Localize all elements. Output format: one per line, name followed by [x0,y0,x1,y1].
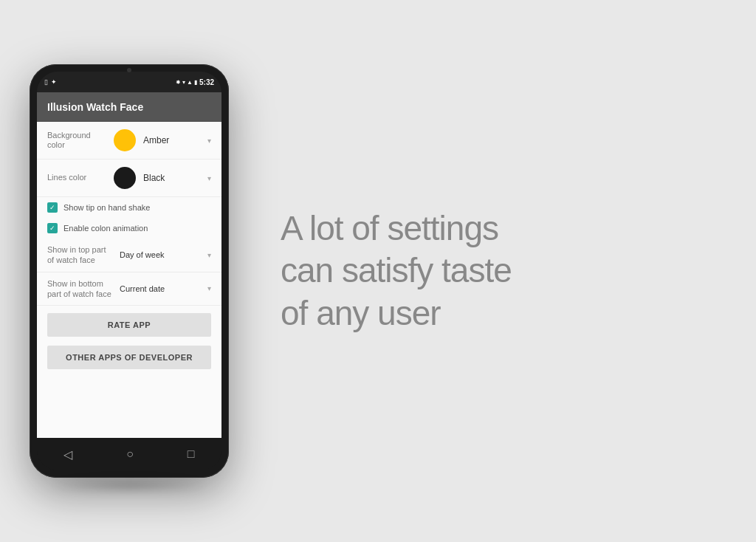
handshake-checkbox[interactable]: ✓ [47,202,58,213]
tagline-text: A lot of settings can satisfy taste of a… [281,207,726,335]
bottom-part-value: Current date [120,284,202,293]
top-part-value: Day of week [120,250,202,259]
black-color-circle[interactable] [114,167,136,189]
app-bar: Illusion Watch Face [37,92,221,122]
battery-full-icon: ▮ [194,79,197,86]
home-icon[interactable]: ○ [126,447,134,461]
status-icons-left: ▯ ✦ [44,78,57,86]
status-icons-right-group: ✸ ▾ ▲ ▮ [176,79,197,86]
signal-icon: ▲ [187,79,193,86]
background-color-setting: Background color Amber ▾ [37,122,221,159]
status-time: 5:32 [199,78,214,86]
bottom-part-arrow[interactable]: ▾ [207,284,211,292]
recents-icon[interactable]: □ [188,447,195,461]
other-apps-button[interactable]: OTHER APPS OF DEVELOPER [47,346,211,369]
lines-color-label: Lines color [47,173,106,182]
bottom-part-label: Show in bottom part of watch face [47,278,114,300]
background-color-value: Amber [143,135,200,145]
app-bar-title: Illusion Watch Face [47,101,143,113]
tagline-line2: can satisfy taste [281,251,512,289]
lines-color-setting: Lines color Black ▾ [37,159,221,197]
phone-inner: ▯ ✦ ✸ ▾ ▲ ▮ 5:32 Illusion Watch Face [37,72,221,470]
lines-color-arrow[interactable]: ▾ [207,174,211,182]
lines-color-value: Black [143,173,200,183]
top-part-arrow[interactable]: ▾ [207,251,211,259]
main-scene: ▯ ✦ ✸ ▾ ▲ ▮ 5:32 Illusion Watch Face [0,0,756,542]
bottom-part-setting: Show in bottom part of watch face Curren… [37,272,221,306]
tagline-line1: A lot of settings [281,209,498,247]
bluetooth-icon: ✸ [176,79,181,86]
handshake-checkbox-row[interactable]: ✓ Show tip on hand shake [37,197,221,218]
top-part-label: Show in top part of watch face [47,244,114,266]
rate-app-row: RATE APP [37,306,221,341]
colon-animation-checkbox-row[interactable]: ✓ Enable colon animation [37,218,221,239]
background-color-arrow[interactable]: ▾ [207,137,211,145]
battery-status-icon: ▯ [44,78,48,86]
phone-nav-bar: ◁ ○ □ [37,438,221,470]
wifi-icon: ▾ [182,79,185,86]
amber-color-circle[interactable] [114,129,136,151]
tagline-line3: of any user [281,294,441,332]
notification-status-icon: ✦ [51,78,57,86]
status-bar: ▯ ✦ ✸ ▾ ▲ ▮ 5:32 [37,72,221,92]
rate-app-button[interactable]: RATE APP [47,313,211,337]
colon-animation-checkbox[interactable]: ✓ [47,223,58,233]
colon-animation-checkbox-label: Enable colon animation [63,224,148,233]
handshake-checkbox-label: Show tip on hand shake [63,203,150,212]
phone-content: Background color Amber ▾ Lines color Bla… [37,122,221,438]
background-color-label: Background color [47,131,106,150]
back-icon[interactable]: ◁ [63,447,72,462]
phone-mockup: ▯ ✦ ✸ ▾ ▲ ▮ 5:32 Illusion Watch Face [30,64,229,478]
colon-animation-checkmark: ✓ [49,224,55,232]
other-apps-row: OTHER APPS OF DEVELOPER [37,341,221,374]
top-part-setting: Show in top part of watch face Day of we… [37,239,221,272]
status-right: ✸ ▾ ▲ ▮ 5:32 [176,78,214,86]
handshake-checkmark: ✓ [49,204,55,211]
tagline-section: A lot of settings can satisfy taste of a… [258,207,726,335]
phone-shadow [49,478,209,493]
camera-dot [127,68,131,72]
